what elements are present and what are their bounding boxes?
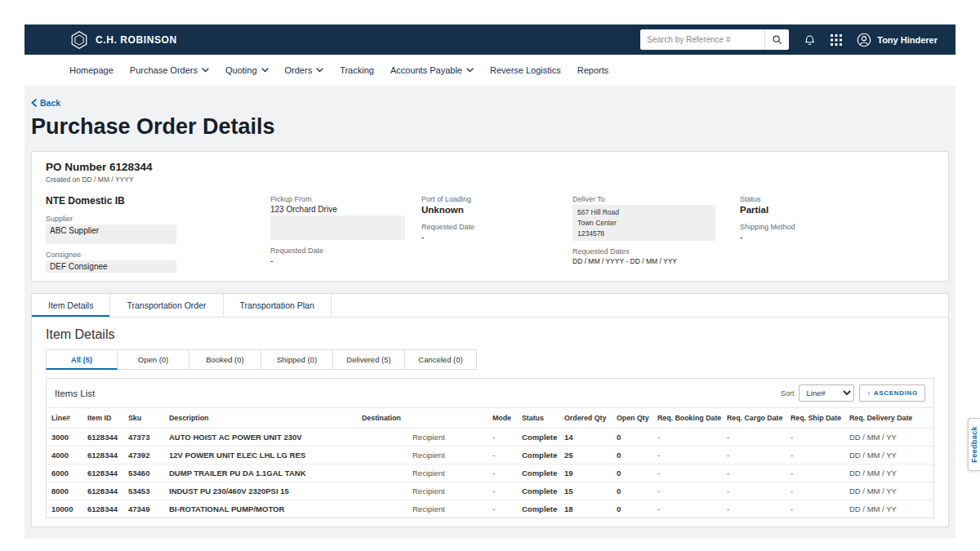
cell-open-qty: 0 (612, 464, 653, 482)
port-requested-date-value: - (421, 233, 572, 242)
cell-mode: - (488, 464, 517, 482)
po-detail-columns: NTE Domestic IB Supplier ABC Supplier Co… (46, 195, 934, 273)
sort-direction-label: ASCENDING (874, 389, 918, 397)
status-value: Partial (740, 205, 934, 215)
column-header-req-cargo-date: Req. Cargo Date (722, 408, 786, 429)
nav-item-accounts-payable[interactable]: Accounts Payable (390, 65, 474, 75)
pickup-requested-date-label: Requested Date (270, 247, 421, 255)
feedback-label: Feedback (970, 426, 978, 463)
consignee-value: DEF Consignee (46, 260, 176, 273)
arrow-up-icon: ↑ (866, 389, 871, 398)
cell-status: Complete (517, 447, 559, 464)
cell-mode: - (488, 447, 517, 464)
filter-tab-canceled[interactable]: Canceled (0) (405, 349, 477, 370)
cell-ordered-qty: 19 (559, 464, 612, 482)
column-header-req-ship-date: Req. Ship Date (786, 408, 844, 429)
search-button[interactable] (764, 29, 789, 50)
nav-item-tracking[interactable]: Tracking (340, 65, 374, 75)
nav-item-quoting[interactable]: Quoting (225, 65, 269, 75)
page-title: Purchase Order Details (31, 114, 949, 140)
cell-line: 4000 (47, 447, 82, 464)
sort-direction-button[interactable]: ↑ ASCENDING (859, 384, 925, 402)
nav-item-reports[interactable]: Reports (577, 65, 609, 75)
po-col-general: NTE Domestic IB Supplier ABC Supplier Co… (46, 195, 270, 273)
user-avatar-icon (857, 33, 871, 47)
tab-transportation-order[interactable]: Transportation Order (110, 294, 223, 317)
table-row: 10000612834447349BI-ROTATIONAL PUMP/MOTO… (47, 500, 933, 518)
column-header-line: Line# (47, 408, 82, 429)
main-content: Back Purchase Order Details PO Number 61… (24, 86, 956, 539)
filter-tab-open[interactable]: Open (0) (118, 349, 189, 370)
user-name: Tony Hinderer (877, 35, 938, 45)
cell-req-cargo-date: - (722, 482, 786, 500)
column-header-item-id: Item ID (82, 408, 123, 429)
nav-item-orders[interactable]: Orders (285, 65, 324, 75)
search-input[interactable] (640, 29, 764, 50)
cell-mode: - (488, 429, 517, 447)
cell-sku: 47392 (123, 447, 164, 464)
tab-transportation-plan[interactable]: Transportation Plan (224, 294, 332, 317)
cell-req-ship-date: - (786, 464, 844, 482)
cell-destination: Recipient (357, 464, 488, 482)
brand-logo[interactable]: C.H. ROBINSON (69, 30, 177, 50)
items-table-body: 3000612834447373AUTO HOIST AC POWER UNIT… (47, 429, 933, 518)
cell-description: INDUST PU 230/460V 2320PSI 15 (164, 482, 357, 500)
filter-tab-all[interactable]: All (5) (46, 349, 118, 370)
table-row: 400061283444739212V POWER UNIT ELEC LHL … (47, 447, 933, 464)
user-menu[interactable]: Tony Hinderer (857, 33, 938, 47)
detail-tabs: Item Details Transportation Order Transp… (32, 294, 948, 318)
cell-sku: 53453 (123, 482, 164, 500)
apps-grid-icon (831, 34, 842, 46)
pickup-requested-date-value: - (270, 256, 421, 265)
tab-item-details[interactable]: Item Details (32, 294, 110, 317)
column-header-destination: Destination (357, 408, 488, 429)
items-list-header: Items List Sort Line# ↑ ASCENDING (47, 379, 933, 407)
sort-controls: Sort Line# ↑ ASCENDING (781, 384, 925, 402)
cell-ordered-qty: 15 (559, 482, 612, 500)
nav-item-purchase-orders[interactable]: Purchase Orders (130, 65, 209, 75)
shipping-method-value: - (740, 233, 934, 242)
feedback-tab[interactable]: Feedback (968, 418, 980, 471)
cell-open-qty: 0 (612, 500, 653, 518)
cell-req-ship-date: - (786, 482, 844, 500)
po-col-port: Port of Loading Unknown Requested Date - (421, 195, 572, 273)
chevron-down-icon (202, 68, 209, 73)
table-row: 8000612834453453INDUST PU 230/460V 2320P… (47, 482, 933, 500)
cell-destination: Recipient (357, 429, 488, 447)
cell-req-ship-date: - (786, 447, 844, 464)
cell-line: 10000 (47, 500, 82, 518)
cell-sku: 47373 (123, 429, 164, 447)
nav-item-homepage[interactable]: Homepage (69, 65, 114, 75)
cell-req-booking-date: - (653, 464, 722, 482)
back-link[interactable]: Back (31, 98, 60, 108)
apps-grid-button[interactable] (831, 34, 842, 46)
item-details-heading: Item Details (32, 318, 948, 349)
filter-tab-delivered[interactable]: Delivered (5) (333, 349, 405, 370)
nav-item-reverse-logistics[interactable]: Reverse Logistics (490, 65, 561, 75)
created-on-value: DD / MM / YYYY (82, 176, 133, 184)
bell-icon (804, 33, 816, 47)
created-on-label: Created on (46, 176, 80, 184)
column-header-open-qty: Open Qty (612, 408, 653, 429)
items-table: Line#Item IDSkuDescriptionDestinationMod… (47, 407, 933, 518)
cell-req-cargo-date: - (722, 429, 786, 447)
po-col-pickup: Pickup From 123 Orchard Drive Requested … (270, 195, 421, 273)
nav-item-label: Orders (285, 65, 313, 75)
cell-req-booking-date: - (653, 447, 722, 464)
cell-sku: 47349 (123, 500, 164, 518)
cell-destination: Recipient (357, 482, 488, 500)
items-list-panel: Items List Sort Line# ↑ ASCENDING (46, 378, 934, 518)
sort-select[interactable]: Line# (799, 384, 854, 402)
chevron-down-icon (466, 68, 474, 73)
cell-req-booking-date: - (653, 500, 722, 518)
cell-req-delivery-date: DD / MM / YY (844, 500, 933, 518)
cell-sku: 53460 (123, 464, 164, 482)
column-header-ordered-qty: Ordered Qty (559, 408, 612, 429)
filter-tab-booked[interactable]: Booked (0) (189, 349, 261, 370)
po-created: Created on DD / MM / YYYY (46, 176, 934, 184)
cell-req-cargo-date: - (722, 447, 786, 464)
notifications-button[interactable] (804, 33, 816, 47)
status-label: Status (740, 195, 934, 203)
supplier-label: Supplier (46, 215, 270, 223)
filter-tab-shipped[interactable]: Shipped (0) (261, 349, 333, 370)
